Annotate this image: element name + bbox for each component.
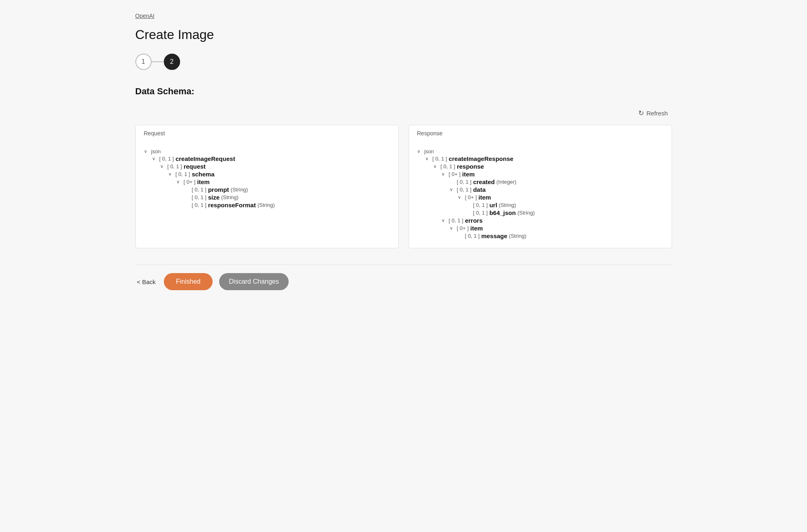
chevron-icon: ∨ xyxy=(168,172,175,177)
list-item: ∨ [ 0, 1 ] schema xyxy=(144,170,390,178)
list-item: [ 0, 1 ] size (String) xyxy=(144,193,390,201)
list-item: ∨ [ 0, 1 ] data xyxy=(417,186,663,193)
chevron-icon: ∨ xyxy=(433,164,440,169)
request-panel: Request ∨ json ∨ [ 0, 1 ] createImageReq… xyxy=(135,125,399,248)
refresh-icon: ↻ xyxy=(638,109,644,117)
list-item: [ 0, 1 ] responseFormat (String) xyxy=(144,201,390,209)
list-item: ∨ [ 0+ ] item xyxy=(417,193,663,201)
footer-bar: < Back Finished Discard Changes xyxy=(135,265,672,294)
chevron-icon: ∨ xyxy=(442,218,448,223)
list-item: ∨ [ 0, 1 ] request xyxy=(144,163,390,170)
list-item: ∨ json xyxy=(144,148,390,155)
step-2[interactable]: 2 xyxy=(164,54,180,70)
section-title: Data Schema: xyxy=(135,86,672,97)
list-item: ∨ [ 0, 1 ] errors xyxy=(417,217,663,224)
response-schema-content: ∨ json ∨ [ 0, 1 ] createImageResponse ∨ … xyxy=(409,141,672,248)
breadcrumb: OpenAI xyxy=(135,12,672,19)
chevron-icon: ∨ xyxy=(152,156,159,161)
chevron-icon: ∨ xyxy=(450,226,456,231)
discard-button[interactable]: Discard Changes xyxy=(219,273,289,290)
refresh-bar: ↻ Refresh xyxy=(135,106,672,120)
request-schema-content: ∨ json ∨ [ 0, 1 ] createImageRequest ∨ [… xyxy=(136,141,398,217)
request-panel-header: Request xyxy=(136,125,398,141)
chevron-icon: ∨ xyxy=(417,149,424,154)
list-item: ∨ [ 0, 1 ] createImageResponse xyxy=(417,155,663,163)
chevron-icon: ∨ xyxy=(160,164,167,169)
response-panel: Response ∨ json ∨ [ 0, 1 ] createImageRe… xyxy=(409,125,672,248)
list-item: ∨ [ 0, 1 ] createImageRequest xyxy=(144,155,390,163)
list-item: [ 0, 1 ] prompt (String) xyxy=(144,186,390,193)
step-1[interactable]: 1 xyxy=(135,54,152,70)
chevron-icon: ∨ xyxy=(144,149,150,154)
back-button[interactable]: < Back xyxy=(135,275,157,289)
chevron-icon: ∨ xyxy=(176,179,183,185)
list-item: ∨ [ 0+ ] item xyxy=(417,224,663,232)
step-connector xyxy=(152,61,164,62)
finished-button[interactable]: Finished xyxy=(164,273,213,290)
step-indicator: 1 2 xyxy=(135,54,672,70)
list-item: [ 0, 1 ] created (Integer) xyxy=(417,178,663,186)
list-item: [ 0, 1 ] message (String) xyxy=(417,232,663,240)
page-title: Create Image xyxy=(135,27,672,42)
refresh-button[interactable]: ↻ Refresh xyxy=(634,106,672,120)
chevron-icon: ∨ xyxy=(442,172,448,177)
chevron-icon: ∨ xyxy=(450,187,456,192)
chevron-icon: ∨ xyxy=(458,195,464,200)
breadcrumb-link[interactable]: OpenAI xyxy=(135,13,154,19)
list-item: ∨ json xyxy=(417,148,663,155)
list-item: [ 0, 1 ] b64_json (String) xyxy=(417,209,663,217)
response-panel-header: Response xyxy=(409,125,672,141)
schema-columns: Request ∨ json ∨ [ 0, 1 ] createImageReq… xyxy=(135,125,672,248)
list-item: [ 0, 1 ] url (String) xyxy=(417,201,663,209)
list-item: ∨ [ 0+ ] item xyxy=(144,178,390,186)
list-item: ∨ [ 0+ ] item xyxy=(417,170,663,178)
list-item: ∨ [ 0, 1 ] response xyxy=(417,163,663,170)
chevron-icon: ∨ xyxy=(425,156,432,161)
